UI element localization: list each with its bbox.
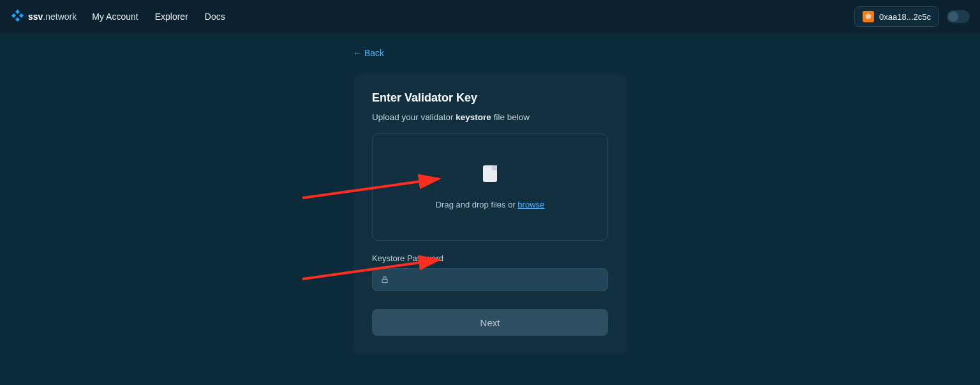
theme-toggle[interactable]: 🌙 bbox=[947, 10, 970, 23]
nav: My Account Explorer Docs bbox=[92, 11, 225, 22]
card-subtitle: Upload your validator keystore file belo… bbox=[372, 112, 608, 122]
drop-text: Drag and drop files or browse bbox=[436, 200, 545, 209]
nav-docs[interactable]: Docs bbox=[205, 11, 225, 22]
wallet-address: 0xaa18...2c5c bbox=[879, 12, 931, 22]
back-label: Back bbox=[364, 48, 384, 58]
logo[interactable]: ssv.network bbox=[10, 10, 77, 24]
back-link[interactable]: ← Back bbox=[353, 48, 627, 58]
svg-rect-1 bbox=[11, 13, 16, 18]
svg-rect-0 bbox=[15, 10, 20, 14]
browse-link[interactable]: browse bbox=[517, 200, 544, 209]
nav-explorer[interactable]: Explorer bbox=[155, 11, 188, 22]
header-right: 0xaa18...2c5c 🌙 bbox=[854, 6, 970, 27]
password-label: Keystore Password bbox=[372, 253, 608, 263]
ssv-logo-icon bbox=[10, 10, 24, 24]
card-title: Enter Validator Key bbox=[372, 91, 608, 105]
moon-icon: 🌙 bbox=[949, 12, 957, 19]
metamask-icon bbox=[863, 11, 874, 22]
next-button[interactable]: Next bbox=[372, 309, 608, 336]
header: ssv.network My Account Explorer Docs 0xa… bbox=[0, 0, 980, 34]
keystore-dropzone[interactable]: Drag and drop files or browse bbox=[372, 133, 608, 241]
nav-my-account[interactable]: My Account bbox=[92, 11, 138, 22]
keystore-password-input[interactable] bbox=[389, 275, 600, 285]
password-field-wrap bbox=[372, 268, 608, 291]
logo-text: ssv.network bbox=[28, 11, 77, 22]
arrow-left-icon: ← bbox=[353, 48, 362, 58]
svg-rect-3 bbox=[15, 17, 20, 22]
svg-rect-2 bbox=[19, 13, 24, 18]
file-icon bbox=[483, 165, 497, 182]
wallet-button[interactable]: 0xaa18...2c5c bbox=[854, 6, 939, 27]
lock-icon bbox=[380, 275, 389, 284]
main: ← Back Enter Validator Key Upload your v… bbox=[0, 34, 980, 355]
validator-card: Enter Validator Key Upload your validato… bbox=[353, 73, 627, 355]
svg-rect-4 bbox=[382, 279, 387, 282]
